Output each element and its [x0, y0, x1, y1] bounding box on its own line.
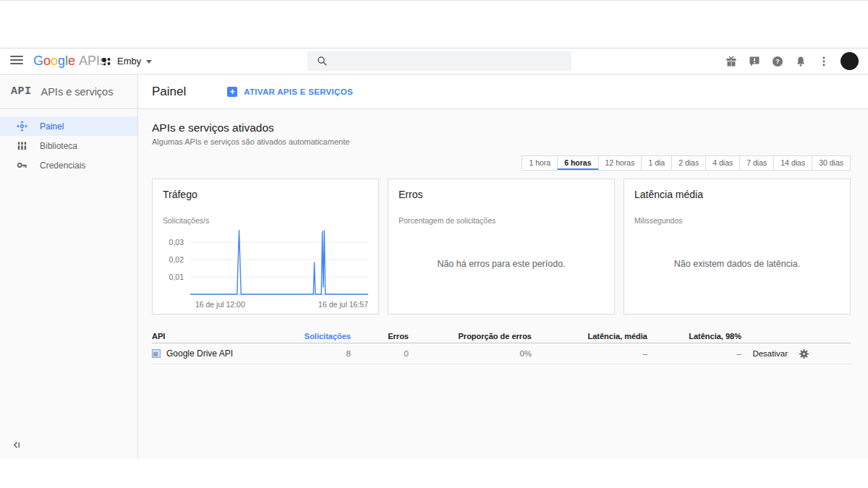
svg-text:?: ? — [775, 57, 780, 65]
latency-card: Latência média Milissegundos Não existem… — [624, 179, 851, 314]
chevron-down-icon — [146, 60, 152, 64]
col-latencia-98[interactable]: Latência, 98% — [647, 332, 741, 341]
api-name-link[interactable]: Google Drive API — [166, 348, 233, 359]
google-apis-logo[interactable]: Google APIs — [33, 48, 106, 74]
time-range-button-4-dias[interactable]: 4 dias — [706, 155, 740, 171]
cell-errors: 0 — [351, 349, 409, 358]
main-area: Painel + ATIVAR APIS E SERVIÇOS APIs e s… — [138, 74, 868, 459]
sidebar-item-painel[interactable]: Painel — [0, 116, 137, 136]
sidebar-item-biblioteca[interactable]: Biblioteca — [0, 136, 137, 155]
project-selector[interactable]: Emby — [101, 48, 152, 74]
col-api[interactable]: API — [152, 332, 307, 341]
y-tick-label: 0,02 — [169, 255, 184, 264]
dashboard-content: APIs e serviços ativados Algumas APIs e … — [138, 109, 868, 459]
cell-latency-median: – — [532, 349, 647, 358]
search-icon — [317, 56, 328, 67]
disable-api-button[interactable]: Desativar — [752, 349, 788, 358]
traffic-card-title: Tráfego — [163, 189, 368, 200]
cell-latency-98: – — [647, 349, 741, 358]
metric-cards: Tráfego Solicitações/s 0,010,020,03 16 d… — [152, 179, 851, 314]
traffic-chart-yticks: 0,010,020,03 — [163, 228, 190, 295]
table-row: Google Drive API 8 0 0% – – Desativar — [152, 343, 851, 364]
sidebar-item-label: Painel — [40, 121, 64, 132]
gear-icon[interactable] — [799, 348, 809, 359]
gift-icon[interactable] — [725, 55, 737, 67]
plus-icon: + — [227, 87, 237, 97]
col-proporcao-erros[interactable]: Proporção de erros — [409, 332, 532, 341]
key-icon — [17, 160, 27, 171]
traffic-chart: 0,010,020,03 — [163, 228, 368, 295]
time-range-group: 1 hora6 horas12 horas1 dia2 dias4 dias7 … — [152, 155, 851, 171]
time-range-button-1-dia[interactable]: 1 dia — [642, 155, 672, 171]
sidebar-header: API APIs e serviços — [0, 74, 137, 109]
errors-unit-label: Porcentagem de solicitações — [399, 216, 604, 225]
time-range-button-6-horas[interactable]: 6 horas — [558, 155, 598, 171]
api-table: API Solicitações Erros Proporção de erro… — [152, 329, 851, 364]
search-input[interactable] — [335, 56, 571, 67]
sidebar-item-credenciais[interactable]: Credenciais — [0, 155, 137, 175]
time-range-button-30-dias[interactable]: 30 dias — [812, 155, 851, 171]
top-app-bar: Google APIs Emby — [0, 48, 868, 74]
cell-error-ratio: 0% — [409, 349, 532, 358]
traffic-xaxis: 16 de jul 12:0016 de jul 16:57 — [190, 299, 368, 310]
app-screen: Google APIs Emby — [0, 0, 868, 488]
time-range-button-14-dias[interactable]: 14 dias — [774, 155, 812, 171]
errors-card: Erros Porcentagem de solicitações Não há… — [388, 179, 615, 314]
menu-icon[interactable] — [10, 56, 23, 66]
traffic-chart-svg — [190, 228, 368, 295]
page-header: Painel + ATIVAR APIS E SERVIÇOS — [138, 74, 868, 109]
time-range-button-1-hora[interactable]: 1 hora — [522, 155, 558, 171]
errors-empty-message: Não há erros para este período. — [399, 259, 604, 269]
search-bar[interactable] — [307, 51, 571, 71]
time-range-button-7-dias[interactable]: 7 dias — [740, 155, 774, 171]
latency-unit-label: Milissegundos — [634, 216, 840, 225]
traffic-plot[interactable] — [190, 228, 368, 295]
page-title: Painel — [152, 85, 186, 99]
cell-requests: 8 — [307, 349, 351, 358]
activate-apis-button[interactable]: + ATIVAR APIS E SERVIÇOS — [227, 87, 353, 97]
sidebar: API APIs e serviços Painel — [0, 74, 138, 459]
col-solicitacoes[interactable]: Solicitações — [307, 332, 351, 341]
x-axis-label: 16 de jul 16:57 — [318, 300, 368, 309]
google-logo-letters: Google — [33, 53, 75, 69]
dashboard-icon — [17, 121, 27, 132]
sidebar-item-label: Credenciais — [40, 160, 85, 171]
col-latencia-media[interactable]: Latência, média — [532, 332, 647, 341]
project-name: Emby — [117, 56, 141, 67]
feedback-icon[interactable] — [748, 55, 760, 67]
x-axis-label: 16 de jul 12:00 — [195, 300, 245, 309]
sidebar-item-label: Biblioteca — [40, 141, 77, 151]
errors-card-title: Erros — [399, 189, 604, 200]
y-tick-label: 0,01 — [169, 273, 184, 281]
section-subtitle: Algumas APIs e serviços são ativados aut… — [152, 137, 851, 146]
section-title: APIs e serviços ativados — [152, 121, 851, 134]
latency-empty-message: Não existem dados de latência. — [634, 259, 840, 269]
time-range-button-12-horas[interactable]: 12 horas — [599, 155, 642, 171]
google-drive-api-icon — [152, 349, 161, 358]
latency-card-title: Latência média — [634, 189, 840, 200]
topbar-icons: ? — [725, 48, 859, 74]
sidebar-nav: Painel Biblioteca Cred — [0, 116, 137, 175]
sidebar-title: APIs e serviços — [41, 86, 114, 98]
traffic-unit-label: Solicitações/s — [163, 216, 368, 225]
y-tick-label: 0,03 — [169, 238, 184, 247]
traffic-card: Tráfego Solicitações/s 0,010,020,03 16 d… — [152, 179, 379, 314]
notifications-icon[interactable] — [794, 55, 807, 67]
api-logo: API — [11, 85, 32, 98]
collapse-sidebar-icon[interactable] — [12, 440, 22, 453]
avatar[interactable] — [841, 52, 859, 70]
help-icon[interactable]: ? — [771, 55, 783, 67]
browser-chrome-strip — [0, 0, 868, 48]
activate-apis-label: ATIVAR APIS E SERVIÇOS — [244, 87, 353, 96]
more-vertical-icon[interactable] — [817, 55, 830, 67]
time-range-button-2-dias[interactable]: 2 dias — [672, 155, 706, 171]
col-erros[interactable]: Erros — [351, 332, 409, 341]
library-icon — [17, 140, 27, 151]
project-icon — [101, 56, 112, 67]
api-table-header: API Solicitações Erros Proporção de erro… — [152, 329, 851, 343]
